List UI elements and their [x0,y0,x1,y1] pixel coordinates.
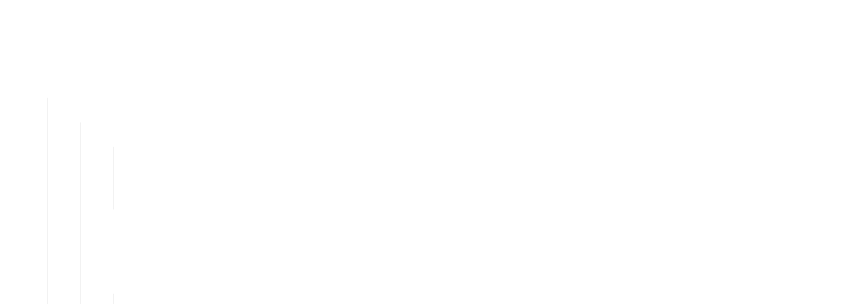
code-editor[interactable]: go func() { for { conn, err := listener.… [0,98,868,304]
indent-guide [113,294,114,304]
indent-guide [47,98,48,304]
indent-guide [80,122,81,304]
indent-guide [113,147,114,209]
